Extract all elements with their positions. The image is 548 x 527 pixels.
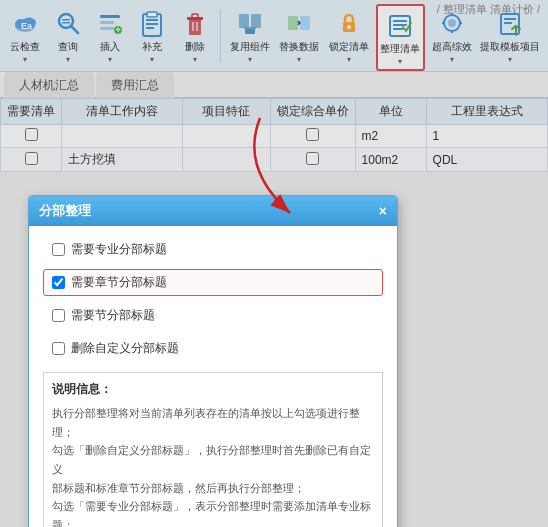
need-section-checkbox[interactable] [52, 309, 65, 322]
dialog-title: 分部整理 [39, 202, 91, 220]
dialog-overlay: 分部整理 × 需要专业分部标题 需要章节分部标题 需要节分部标题 删除自定义分部… [0, 0, 548, 527]
option-need-special: 需要专业分部标题 [43, 236, 383, 263]
option-need-section: 需要节分部标题 [43, 302, 383, 329]
need-chapter-checkbox[interactable] [52, 276, 65, 289]
option-delete-custom: 删除自定义分部标题 [43, 335, 383, 362]
dialog-body: 需要专业分部标题 需要章节分部标题 需要节分部标题 删除自定义分部标题 说明信息… [29, 226, 397, 527]
need-special-label[interactable]: 需要专业分部标题 [71, 241, 167, 258]
need-section-label[interactable]: 需要节分部标题 [71, 307, 155, 324]
delete-custom-label[interactable]: 删除自定义分部标题 [71, 340, 179, 357]
delete-custom-checkbox[interactable] [52, 342, 65, 355]
need-special-checkbox[interactable] [52, 243, 65, 256]
option-need-chapter: 需要章节分部标题 [43, 269, 383, 296]
info-title: 说明信息： [52, 381, 374, 398]
need-chapter-label[interactable]: 需要章节分部标题 [71, 274, 167, 291]
dialog-organize: 分部整理 × 需要专业分部标题 需要章节分部标题 需要节分部标题 删除自定义分部… [28, 195, 398, 527]
info-section: 说明信息： 执行分部整理将对当前清单列表存在的清单按以上勾选项进行整理；勾选「删… [43, 372, 383, 527]
info-text: 执行分部整理将对当前清单列表存在的清单按以上勾选项进行整理；勾选「删除自定义分部… [52, 404, 374, 527]
dialog-header: 分部整理 × [29, 196, 397, 226]
dialog-close-button[interactable]: × [379, 204, 387, 218]
